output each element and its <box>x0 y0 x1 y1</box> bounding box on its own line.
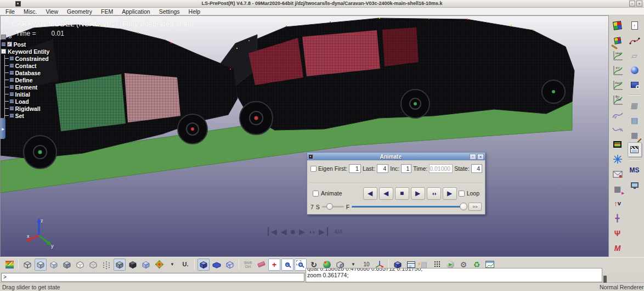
tree-row-root[interactable]: - Keyword Entity <box>1 48 49 55</box>
spreadsheet-icon[interactable]: ▤ <box>628 113 642 127</box>
blue-wire-cube-icon[interactable] <box>224 259 236 271</box>
state-slider-thumb[interactable] <box>460 203 467 210</box>
tree-collapse-chevrons[interactable]: » <box>8 35 12 40</box>
render-canvas[interactable] <box>1 16 608 256</box>
shaded-mesh-cube-icon[interactable] <box>61 259 73 271</box>
outline-cube-icon[interactable] <box>74 259 86 271</box>
undeformed-icon[interactable]: U. <box>179 259 191 271</box>
points-cube-icon[interactable] <box>100 259 112 271</box>
collapse-minus-icon[interactable]: - <box>1 49 6 54</box>
binout-plot-icon[interactable]: BinOut <box>611 92 625 107</box>
speed-slider[interactable] <box>322 206 344 208</box>
state-field[interactable]: 4 <box>471 164 482 173</box>
history-scrollbar-thumb[interactable] <box>603 276 607 283</box>
play-forward-icon[interactable]: ▶ <box>299 227 305 236</box>
tree-item-element[interactable]: ▦Element <box>5 83 49 91</box>
skip-start-icon[interactable]: ◀ <box>268 227 277 236</box>
history-plot-icon[interactable]: Hist <box>611 48 625 63</box>
restore-window-button[interactable]: ▫ <box>629 1 635 7</box>
animate-checkbox[interactable] <box>313 191 319 197</box>
blue-cube-view-icon[interactable] <box>197 259 210 271</box>
tree-item-define[interactable]: ▦Define <box>5 76 49 83</box>
skip-end-icon[interactable]: ▶ <box>319 227 328 236</box>
grid-edit-icon[interactable]: ▦ <box>628 127 642 142</box>
last-field[interactable]: 4 <box>377 164 389 173</box>
fringe-filmstrip-icon[interactable] <box>611 137 625 152</box>
light-sphere-icon[interactable] <box>628 63 642 77</box>
tree-item-rigidwall[interactable]: ▦Rigidwall <box>5 105 49 112</box>
play-reverse-button[interactable]: ◀ <box>379 187 393 200</box>
dropdown-arrow-icon[interactable]: ▼ <box>166 259 178 271</box>
viewport-3d[interactable]: CARAVAN MODEL (NCAC V01) (Fully integrat… <box>0 15 609 257</box>
first-field[interactable]: 1 <box>349 164 361 173</box>
sph-splash-icon[interactable] <box>611 152 625 166</box>
remote-session-icon[interactable] <box>628 177 642 192</box>
animate-tool-icon[interactable] <box>628 142 642 157</box>
vector-plot-icon[interactable]: ↑v <box>611 196 625 211</box>
eraser-icon[interactable] <box>255 259 267 271</box>
section-plane-icon[interactable]: ▱ <box>628 48 642 63</box>
close-window-button[interactable]: × <box>636 1 642 7</box>
highlight-mesh-cube-icon[interactable] <box>140 259 152 271</box>
flat-shaded-cube-icon[interactable] <box>48 259 60 271</box>
pause-icon[interactable]: ◖◗ <box>309 227 315 236</box>
dialog-close-button[interactable]: × <box>477 154 484 160</box>
keyword-entity-label[interactable]: Keyword Entity <box>8 48 49 55</box>
menu-misc[interactable]: Misc. <box>19 8 42 15</box>
state-slider[interactable] <box>352 206 466 208</box>
blank-key-cube-icon[interactable] <box>611 33 625 48</box>
mflag-icon[interactable]: M <box>611 240 625 255</box>
panel-expander-tab[interactable]: ▶ <box>1 118 5 139</box>
menu-geometry[interactable]: Geometry <box>63 8 97 15</box>
table-arrow-icon[interactable]: ▦▶ <box>611 181 625 196</box>
page-output-icon[interactable]: ↑ <box>628 18 642 33</box>
menu-help[interactable]: Help <box>184 8 205 15</box>
pause-button[interactable]: ◖◗ <box>427 187 441 200</box>
tree-item-set[interactable]: ▦Set <box>5 112 49 119</box>
stop-icon[interactable]: ■ <box>291 227 295 236</box>
shaded-edges-cube-icon[interactable] <box>114 259 126 271</box>
blue-solid-icon[interactable] <box>211 259 223 271</box>
play-button[interactable]: ▶ <box>411 187 425 200</box>
zoom-in-magnifier-icon[interactable]: + <box>281 259 293 271</box>
command-history[interactable]: quat 0.138028 0.476080 0.853712 0.151750… <box>306 268 602 282</box>
curve-nodes-icon[interactable] <box>628 33 642 48</box>
trace-path-icon[interactable] <box>611 107 625 122</box>
tree-item-initial[interactable]: ▦Initial <box>5 91 49 98</box>
play-reverse-icon[interactable]: ◀ <box>281 227 287 236</box>
rewind-button[interactable]: ◀ <box>363 187 377 200</box>
menu-application[interactable]: Application <box>117 8 154 15</box>
dialog-restore-button[interactable]: ▫ <box>470 154 476 160</box>
tree-item-constrained[interactable]: ▦Constrained <box>5 55 49 62</box>
state-tools-icon[interactable] <box>611 166 625 181</box>
fence-grid-icon[interactable]: ▦ <box>628 98 642 113</box>
ncforc-anchor-icon[interactable]: Ψ <box>611 226 625 240</box>
stop-button[interactable]: ■ <box>395 187 409 200</box>
menu-view[interactable]: View <box>41 8 63 15</box>
xy-plot-icon[interactable]: XY <box>611 63 625 77</box>
inc-field[interactable]: 1 <box>401 164 411 173</box>
follow-path-icon[interactable] <box>611 122 625 137</box>
command-input[interactable]: > <box>1 273 304 282</box>
tree-item-database[interactable]: ▦Database <box>5 69 49 76</box>
tree-item-load[interactable]: ▦Load <box>5 98 49 105</box>
measure-pin-icon[interactable]: ╋ <box>611 211 625 226</box>
wireframe-mesh-cube-icon[interactable] <box>21 259 33 271</box>
expand-button[interactable]: >> <box>468 203 482 211</box>
ascii-plot-icon[interactable]: Ascii <box>611 77 625 92</box>
area-zoom-magnifier-icon[interactable] <box>295 259 307 271</box>
fringe-check-icon[interactable]: ✓ <box>3 259 15 271</box>
animate-dialog-titlebar[interactable]: Animate ▫ × <box>307 153 485 160</box>
ms-tool-icon[interactable]: MS <box>628 163 642 177</box>
shaded-cube-icon[interactable] <box>35 259 47 271</box>
speed-slider-thumb[interactable] <box>326 203 333 210</box>
dark-mesh-cube-icon[interactable] <box>127 259 139 271</box>
time-field[interactable]: 0.01000 <box>429 164 453 173</box>
tree-row-post[interactable]: ▦ ✓ Post <box>1 41 49 48</box>
zoom-plus-icon[interactable]: + <box>268 259 280 271</box>
menu-settings[interactable]: Settings <box>155 8 184 15</box>
part-color-cube-icon[interactable] <box>611 18 625 33</box>
post-checkbox[interactable]: ✓ <box>7 42 12 47</box>
eigen-checkbox[interactable] <box>310 166 317 172</box>
find-box-icon[interactable] <box>628 77 642 92</box>
